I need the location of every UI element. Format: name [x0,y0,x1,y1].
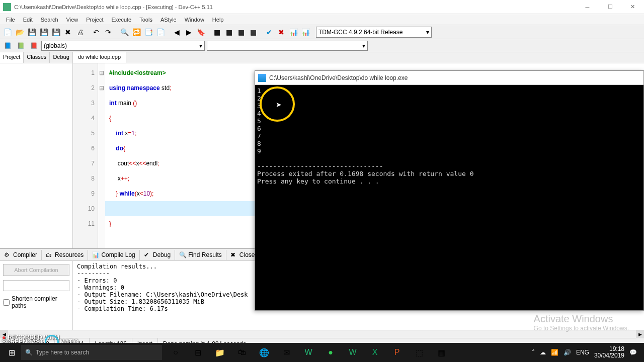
chevron-down-icon: ▾ [426,29,429,36]
notifications-icon[interactable]: 💬 [629,349,637,356]
back-icon[interactable]: ◀ [171,27,182,38]
chevron-down-icon: ▾ [199,42,202,49]
goto-icon[interactable]: 📄 [155,27,166,38]
menu-astyle[interactable]: AStyle [156,16,181,24]
cortana-icon[interactable]: ○ [165,343,186,362]
devcpp-icon[interactable]: ▦ [431,343,452,362]
gutter: 1234567891011 [73,63,98,248]
undo-icon[interactable]: ↶ [91,27,102,38]
close-button[interactable]: ✕ [621,0,644,14]
find-in-files-icon[interactable]: 📑 [143,27,154,38]
word2-icon[interactable]: W [342,343,363,362]
mail-icon[interactable]: ✉ [276,343,297,362]
compile-log-icon: 📊 [92,251,99,258]
forward-icon[interactable]: ▶ [183,27,194,38]
taskview-icon[interactable]: ⊟ [187,343,208,362]
profile-icon[interactable]: 📊 [288,27,299,38]
bottom-tab-resources[interactable]: 🗂Resources [42,250,88,260]
excel-icon[interactable]: X [364,343,385,362]
compiler-path-input[interactable] [3,280,69,291]
left-tabs: ProjectClassesDebug [0,52,72,63]
shorten-paths-checkbox[interactable]: Shorten compiler paths [3,295,69,309]
menu-search[interactable]: Search [37,16,62,24]
powerpoint-icon[interactable]: P [386,343,408,362]
stop-icon[interactable]: ✖ [276,27,287,38]
app-icon [3,3,11,11]
menu-project[interactable]: Project [82,16,107,24]
editor-tab[interactable]: do while loop.cpp [73,52,126,63]
bottom-tab-debug[interactable]: ✔Debug [140,250,175,260]
menu-tools[interactable]: Tools [135,16,156,24]
taskbar[interactable]: ⊞ 🔍 Type here to search ○ ⊟ 📁 🛍 🌐 ✉ W ● … [0,343,644,362]
save-all-icon[interactable]: 💾 [38,27,49,38]
compiler-icon: ⚙ [4,251,11,258]
menu-window[interactable]: Window [181,16,208,24]
open-icon[interactable]: 📂 [14,27,25,38]
rebuild-icon[interactable]: ▦ [248,27,259,38]
console-title-text: C:\Users\kashi\OneDrive\Desktop\do while… [269,74,408,81]
whatsapp-icon[interactable]: ● [320,343,341,362]
menu-file[interactable]: File [2,16,19,24]
bottom-tab-find-results[interactable]: 🔍Find Results [175,250,226,260]
store-icon[interactable]: 🛍 [231,343,253,362]
bottom-tab-compiler[interactable]: ⚙Compiler [0,250,42,260]
left-tab-classes[interactable]: Classes [24,52,50,63]
find-icon[interactable]: 🔍 [119,27,130,38]
left-tab-debug[interactable]: Debug [50,52,72,63]
menu-view[interactable]: View [62,16,83,24]
left-tab-project[interactable]: Project [0,52,24,63]
debug-check-icon[interactable]: ✔ [264,27,275,38]
search-icon: 🔍 [25,349,33,356]
network-icon[interactable]: 📶 [551,349,558,356]
start-button[interactable]: ⊞ [2,343,21,362]
left-panel: ProjectClassesDebug [0,52,73,248]
taskbar-search[interactable]: 🔍 Type here to search [21,345,162,360]
compiler-select[interactable]: TDM-GCC 4.9.2 64-bit Release ▾ [316,27,432,38]
compile-run-icon[interactable]: ▦ [235,27,247,38]
tray-chevron-icon[interactable]: ˄ [532,349,535,356]
editor-tabs: do while loop.cpp [73,52,644,63]
menubar: FileEditSearchViewProjectExecuteToolsASt… [0,14,644,25]
maximize-button[interactable]: ☐ [599,0,621,14]
volume-icon[interactable]: 🔊 [564,349,571,356]
explorer-icon[interactable]: 📁 [209,343,230,362]
scope-select[interactable]: (globals) ▾ [41,41,205,51]
console-output: 1 2 3 4 5 6 7 8 9 ----------------------… [255,85,643,187]
run-icon[interactable]: ▦ [223,27,234,38]
word-icon[interactable]: W [298,343,319,362]
activate-windows-watermark: Activate Windows Go to Settings to activ… [534,313,629,332]
remove-file-icon[interactable]: 📕 [28,40,39,51]
system-tray[interactable]: ˄ ☁ 📶 🔊 ENG 19:18 30/04/2019 💬 [532,346,642,359]
scope-select-value: (globals) [44,42,67,49]
onedrive-icon[interactable]: ☁ [540,349,546,356]
bottom-tab-compile-log[interactable]: 📊Compile Log [88,250,139,260]
chrome-icon[interactable]: 🌐 [254,343,275,362]
abort-compilation-button[interactable]: Abort Compilation [3,264,69,276]
member-select[interactable]: ▾ [207,41,368,51]
language-icon[interactable]: ENG [576,349,589,356]
minimize-button[interactable]: ─ [576,0,599,14]
shorten-paths-label: Shorten compiler paths [12,295,69,309]
replace-icon[interactable]: 🔁 [131,27,142,38]
menu-execute[interactable]: Execute [107,16,135,24]
debug-icon: ✔ [144,251,151,258]
menu-help[interactable]: Help [208,16,228,24]
compile-icon[interactable]: ▦ [211,27,222,38]
menu-edit[interactable]: Edit [19,16,37,24]
console-window[interactable]: C:\Users\kashi\OneDrive\Desktop\do while… [255,70,644,311]
new-project-icon[interactable]: 📘 [2,40,13,51]
clock[interactable]: 19:18 30/04/2019 [594,346,624,359]
console-titlebar[interactable]: C:\Users\kashi\OneDrive\Desktop\do while… [255,71,643,85]
main-toolbar: 📄 📂 💾 💾 💾 ✖ 🖨 ↶ ↷ 🔍 🔁 📑 📄 ◀ ▶ 🔖 ▦ ▦ ▦ ▦ … [0,25,644,39]
save-as-icon[interactable]: 💾 [50,27,61,38]
redo-icon[interactable]: ↷ [103,27,114,38]
print-icon[interactable]: 🖨 [74,27,86,38]
recorder-icon[interactable]: ⬚ [409,343,430,362]
scroll-right-icon[interactable]: ▶ [636,330,644,338]
bookmark-icon[interactable]: 🔖 [195,27,206,38]
close-file-icon[interactable]: ✖ [62,27,73,38]
save-icon[interactable]: 💾 [26,27,37,38]
new-file-icon[interactable]: 📄 [2,27,13,38]
delete-profile-icon[interactable]: 📊 [300,27,311,38]
add-file-icon[interactable]: 📗 [15,40,26,51]
